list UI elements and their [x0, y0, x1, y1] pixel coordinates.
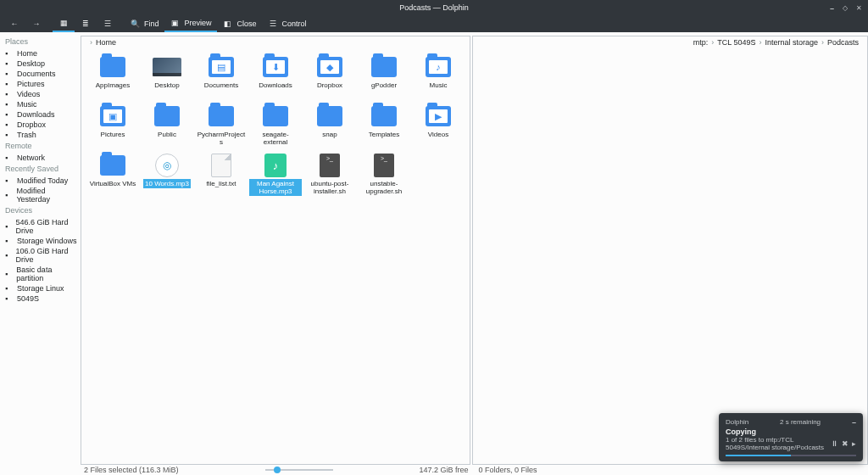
sidebar-item[interactable]: ▪Documents [5, 69, 77, 79]
minimize-icon[interactable]: ‒ [827, 3, 836, 12]
place-icon: ▪ [5, 90, 14, 98]
place-icon: ▪ [5, 110, 14, 119]
file-label: Documents [203, 81, 240, 90]
icons-view-button[interactable]: ▦ [53, 15, 75, 32]
file-item[interactable]: Public [141, 104, 193, 154]
file-label: Public [156, 130, 178, 139]
notify-more-icon[interactable]: ▸ [852, 439, 856, 448]
place-icon: ▪ [5, 222, 12, 231]
notify-detail: 1 of 2 files to mtp:/TCL 5049S/Internal … [726, 436, 827, 451]
notify-pause-icon[interactable]: ⏸ [831, 439, 838, 448]
folder-icon [209, 57, 234, 77]
place-icon: ▪ [5, 154, 14, 162]
file-label: Templates [367, 130, 401, 139]
file-label: Videos [426, 130, 450, 139]
sidebar-item[interactable]: ▪5049S [5, 293, 77, 304]
sidebar-item[interactable]: ▪Music [5, 99, 77, 109]
recent-header: Recently Saved [5, 165, 77, 173]
compact-view-button[interactable]: ≣ [75, 15, 97, 32]
close-split-button[interactable]: ◧Close [217, 15, 262, 32]
sidebar-item[interactable]: ▪546.6 GiB Hard Drive [5, 217, 77, 236]
file-item[interactable]: >_unstable-upgrader.sh [358, 154, 410, 203]
sidebar-item[interactable]: ▪106.0 GiB Hard Drive [5, 246, 77, 265]
remote-header: Remote [5, 142, 77, 150]
back-button[interactable]: ← [3, 15, 25, 32]
sidebar-item-label: 546.6 GiB Hard Drive [15, 218, 77, 235]
file-label: Desktop [153, 81, 181, 90]
right-breadcrumb[interactable]: mtp: › TCL 5049S › Internal storage › Po… [473, 36, 867, 48]
forward-button[interactable]: → [25, 15, 47, 32]
file-item[interactable]: ♪Man Against Horse.mp3 [249, 154, 302, 203]
icon-grid[interactable]: AppImagesDesktopDocumentsDownloadsDropbo… [81, 48, 470, 464]
sidebar-item[interactable]: ▪Storage Windows [5, 236, 77, 246]
sidebar-item[interactable]: ▪Modified Yesterday [5, 186, 77, 204]
sidebar-item[interactable]: ▪Pictures [5, 79, 77, 89]
chevron-right-icon: › [711, 38, 714, 47]
place-icon: ▪ [5, 251, 12, 260]
file-item[interactable]: PycharmProjects [195, 104, 248, 154]
script-file-icon: >_ [374, 154, 394, 177]
place-icon: ▪ [5, 49, 14, 58]
file-label: file_list.txt [204, 179, 237, 188]
place-icon: ▪ [5, 191, 13, 199]
maximize-icon[interactable]: ◇ [841, 3, 849, 12]
control-button[interactable]: ☰Control [262, 15, 312, 32]
sidebar-item[interactable]: ▪Videos [5, 89, 77, 99]
sidebar-item-label: Videos [17, 90, 40, 98]
file-item[interactable]: Music [412, 55, 465, 104]
place-icon: ▪ [5, 131, 14, 139]
details-view-button[interactable]: ☰ [97, 15, 119, 32]
place-icon: ▪ [5, 70, 14, 78]
sidebar-item[interactable]: ▪Downloads [5, 109, 77, 120]
notify-title: Copying [726, 428, 856, 436]
sidebar-item-label: Modified Yesterday [16, 187, 77, 204]
sidebar-item[interactable]: ▪Desktop [5, 59, 77, 69]
file-item[interactable]: seagate-external [249, 104, 302, 154]
zoom-slider[interactable] [179, 469, 420, 471]
file-label: VirtualBox VMs [88, 179, 138, 188]
icon-grid-right[interactable] [473, 48, 867, 464]
folder-icon [209, 106, 234, 126]
file-item[interactable]: Downloads [249, 55, 302, 104]
find-button[interactable]: 🔍Find [124, 15, 164, 32]
file-item[interactable]: file_list.txt [195, 154, 248, 203]
file-item[interactable]: Desktop [141, 55, 193, 104]
notify-close-icon[interactable]: ‒ [852, 418, 856, 426]
chevron-right-icon: › [759, 38, 761, 47]
file-item[interactable]: Videos [412, 104, 465, 154]
sidebar-item[interactable]: ▪Basic data partition [5, 265, 77, 283]
notification-popup[interactable]: Dolphin 2 s remaining ‒ Copying 1 of 2 f… [719, 413, 863, 461]
left-breadcrumb[interactable]: › Home [81, 36, 470, 48]
preview-button[interactable]: ▣Preview [164, 15, 217, 32]
file-item[interactable]: gPodder [358, 55, 410, 104]
file-item[interactable]: Templates [358, 104, 410, 154]
close-icon[interactable]: ✕ [854, 3, 863, 12]
folder-icon [426, 57, 451, 77]
file-item[interactable]: AppImages [86, 55, 139, 104]
notify-app: Dolphin [726, 418, 748, 426]
file-item[interactable]: Pictures [86, 104, 139, 154]
notify-stop-icon[interactable]: ✖ [842, 439, 849, 448]
file-item[interactable]: snap [303, 104, 356, 154]
file-item[interactable]: ◎10 Words.mp3 [141, 154, 193, 203]
notify-progress [726, 455, 856, 456]
file-item[interactable]: VirtualBox VMs [86, 154, 139, 203]
sidebar-item[interactable]: ▪Network [5, 153, 77, 163]
file-item[interactable]: >_ubuntu-post-installer.sh [303, 154, 356, 203]
text-file-icon [211, 154, 231, 177]
sidebar-item[interactable]: ▪Modified Today [5, 176, 77, 186]
desktop-thumb-icon [153, 58, 181, 76]
close-split-icon: ◧ [222, 18, 234, 30]
file-item[interactable]: Dropbox [303, 55, 356, 104]
sidebar-item-label: Storage Windows [17, 237, 77, 245]
sidebar-item-label: Trash [17, 131, 36, 139]
sidebar-item-label: 5049S [17, 294, 39, 303]
sidebar-item[interactable]: ▪Storage Linux [5, 283, 77, 293]
folder-icon [154, 106, 180, 126]
sidebar-item[interactable]: ▪Dropbox [5, 120, 77, 130]
script-file-icon: >_ [320, 154, 340, 177]
sidebar-item[interactable]: ▪Home [5, 48, 77, 59]
file-item[interactable]: Documents [195, 55, 248, 104]
sidebar-item[interactable]: ▪Trash [5, 130, 77, 140]
selection-status: 2 Files selected (116.3 MiB) [84, 466, 179, 474]
